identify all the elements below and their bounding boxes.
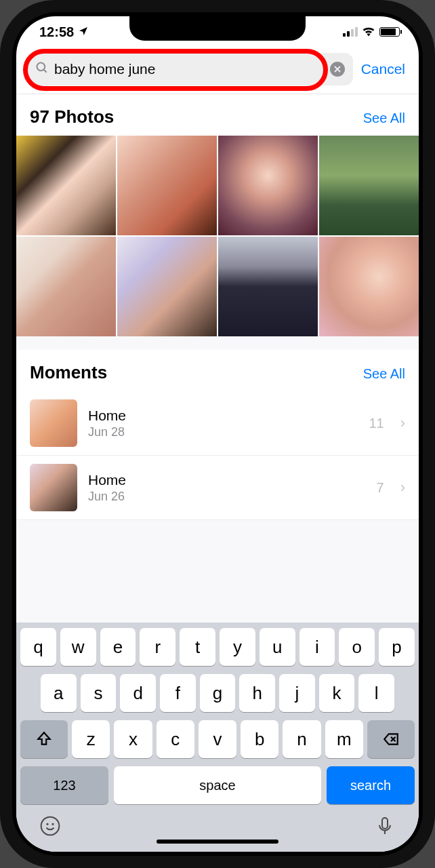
emoji-icon[interactable] <box>39 815 61 840</box>
svg-point-7 <box>47 824 47 825</box>
svg-point-6 <box>41 817 60 835</box>
photos-see-all-link[interactable]: See All <box>363 111 405 126</box>
backspace-key[interactable] <box>367 720 415 758</box>
moment-info: Home Jun 26 <box>88 472 366 504</box>
key-c[interactable]: c <box>157 720 194 758</box>
photos-section-header: 97 Photos See All <box>16 94 419 136</box>
key-p[interactable]: p <box>379 628 415 666</box>
key-x[interactable]: x <box>114 720 152 758</box>
key-n[interactable]: n <box>283 720 320 758</box>
photo-thumbnail[interactable] <box>117 237 217 336</box>
key-d[interactable]: d <box>120 674 156 712</box>
key-q[interactable]: q <box>20 628 56 666</box>
key-l[interactable]: l <box>358 674 394 712</box>
key-y[interactable]: y <box>220 628 255 666</box>
search-icon <box>35 61 49 77</box>
svg-rect-9 <box>382 818 388 829</box>
photo-thumbnail[interactable] <box>218 136 318 235</box>
key-row-4: 123 space search <box>20 766 415 804</box>
location-arrow-icon <box>78 24 89 40</box>
chevron-right-icon: › <box>400 479 405 496</box>
keyboard-bottom-row <box>20 812 415 840</box>
key-z[interactable]: z <box>72 720 110 758</box>
key-m[interactable]: m <box>325 720 363 758</box>
key-o[interactable]: o <box>339 628 375 666</box>
key-s[interactable]: s <box>81 674 117 712</box>
dictation-icon[interactable] <box>374 815 396 840</box>
moment-count: 7 <box>377 480 384 496</box>
key-r[interactable]: r <box>140 628 175 666</box>
moments-heading: Moments <box>30 362 107 383</box>
search-input[interactable] <box>54 61 325 77</box>
key-a[interactable]: a <box>41 674 77 712</box>
home-indicator[interactable] <box>157 840 278 844</box>
battery-icon <box>379 27 400 37</box>
photo-thumbnail[interactable] <box>319 136 419 235</box>
key-row-2: a s d f g h j k l <box>20 674 415 712</box>
phone-bezel: 12:58 <box>12 12 423 856</box>
key-f[interactable]: f <box>160 674 196 712</box>
key-u[interactable]: u <box>260 628 295 666</box>
clear-search-button[interactable] <box>330 62 345 77</box>
key-i[interactable]: i <box>299 628 335 666</box>
key-v[interactable]: v <box>199 720 236 758</box>
cancel-button[interactable]: Cancel <box>360 61 408 77</box>
photos-heading: 97 Photos <box>30 106 114 127</box>
moment-date: Jun 26 <box>88 490 366 504</box>
search-row: Cancel <box>16 47 419 94</box>
numbers-key[interactable]: 123 <box>20 766 108 804</box>
search-key[interactable]: search <box>327 766 415 804</box>
moment-title: Home <box>88 408 358 424</box>
photo-thumbnail[interactable] <box>319 237 419 336</box>
moment-count: 11 <box>369 416 384 431</box>
photo-thumbnail[interactable] <box>117 136 217 235</box>
photo-thumbnail[interactable] <box>16 237 116 336</box>
phone-frame: 12:58 <box>0 0 435 868</box>
space-key[interactable]: space <box>114 766 321 804</box>
svg-point-0 <box>37 63 45 71</box>
clock: 12:58 <box>39 24 74 39</box>
photo-thumbnail[interactable] <box>16 136 116 235</box>
status-right <box>343 24 400 40</box>
cellular-icon <box>343 27 358 37</box>
key-g[interactable]: g <box>200 674 236 712</box>
photo-thumbnail[interactable] <box>218 237 318 336</box>
key-h[interactable]: h <box>239 674 275 712</box>
key-e[interactable]: e <box>100 628 136 666</box>
key-j[interactable]: j <box>279 674 315 712</box>
moment-row[interactable]: Home Jun 28 11 › <box>16 391 419 456</box>
photos-grid <box>16 136 419 336</box>
screen: 12:58 <box>16 16 419 852</box>
moment-row[interactable]: Home Jun 26 7 › <box>16 456 419 520</box>
moments-section-header: Moments See All <box>16 350 419 391</box>
moment-date: Jun 28 <box>88 425 358 439</box>
shift-key[interactable] <box>20 720 68 758</box>
svg-point-8 <box>52 824 53 825</box>
key-w[interactable]: w <box>60 628 96 666</box>
chevron-right-icon: › <box>400 414 405 432</box>
notch <box>129 16 306 41</box>
key-t[interactable]: t <box>180 628 215 666</box>
moment-thumbnail <box>30 464 77 511</box>
moment-thumbnail <box>30 399 77 447</box>
key-k[interactable]: k <box>319 674 355 712</box>
moments-section: Moments See All Home Jun 28 11 › Home <box>16 350 419 520</box>
key-b[interactable]: b <box>241 720 278 758</box>
content-scroll[interactable]: 97 Photos See All Moments See All <box>16 94 419 623</box>
keyboard: q w e r t y u i o p a s d f g h j k l <box>16 623 419 852</box>
key-row-3: z x c v b n m <box>20 720 415 758</box>
search-field[interactable] <box>27 53 353 85</box>
moment-info: Home Jun 28 <box>88 408 358 439</box>
moments-see-all-link[interactable]: See All <box>363 366 405 382</box>
status-time: 12:58 <box>39 24 89 40</box>
moment-title: Home <box>88 472 366 488</box>
key-row-1: q w e r t y u i o p <box>20 628 415 666</box>
svg-line-1 <box>44 70 47 73</box>
wifi-icon <box>362 24 375 40</box>
